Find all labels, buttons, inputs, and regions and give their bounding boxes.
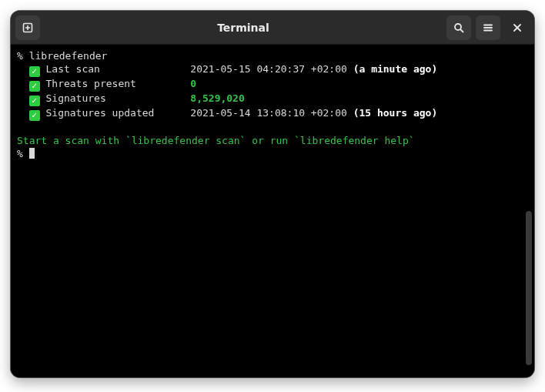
check-icon: ✓: [29, 110, 40, 121]
status-value: 2021-05-14 13:08:10 +02:00: [190, 107, 353, 119]
scrollbar-thumb[interactable]: [526, 211, 532, 365]
search-icon: [453, 22, 465, 34]
prompt-line: %: [17, 147, 528, 160]
command-line: % libredefender: [17, 49, 528, 62]
status-label: Last scan: [45, 63, 190, 75]
cursor: [29, 148, 35, 159]
svg-line-4: [460, 29, 463, 32]
check-icon: ✓: [29, 81, 40, 92]
command-text: libredefender: [29, 50, 108, 62]
status-row: ✓ Last scan 2021-05-15 04:20:37 +02:00 (…: [17, 62, 528, 77]
status-label: Signatures updated: [45, 107, 190, 119]
menu-button[interactable]: [476, 15, 500, 40]
prompt-symbol: %: [17, 148, 29, 159]
status-value: 8,529,020: [190, 92, 244, 104]
hint-text: Start a scan with `libredefender scan` o…: [17, 135, 415, 146]
status-value: 0: [190, 78, 196, 89]
check-icon: ✓: [29, 95, 40, 106]
status-row: ✓ Threats present 0: [17, 77, 528, 92]
terminal-viewport[interactable]: % libredefender ✓ Last scan 2021-05-15 0…: [11, 45, 534, 377]
status-row: ✓ Signatures 8,529,020: [17, 92, 528, 106]
new-tab-icon: [22, 22, 34, 34]
new-tab-button[interactable]: [15, 15, 40, 40]
window-title: Terminal: [45, 22, 442, 34]
status-note: (15 hours ago): [353, 107, 438, 119]
titlebar: Terminal: [11, 11, 534, 45]
terminal-window: Terminal %: [11, 11, 534, 377]
status-value: 2021-05-15 04:20:37 +02:00: [190, 63, 353, 75]
search-button[interactable]: [446, 15, 471, 40]
check-icon: ✓: [29, 66, 40, 77]
hint-line: Start a scan with `libredefender scan` o…: [17, 134, 528, 147]
prompt-symbol: %: [17, 50, 29, 62]
status-note: (a minute ago): [353, 63, 438, 75]
close-icon: [512, 22, 523, 33]
close-button[interactable]: [505, 15, 530, 40]
status-label: Threats present: [45, 78, 190, 89]
hamburger-icon: [482, 22, 494, 34]
status-label: Signatures: [45, 92, 190, 104]
status-row: ✓ Signatures updated 2021-05-14 13:08:10…: [17, 106, 528, 121]
